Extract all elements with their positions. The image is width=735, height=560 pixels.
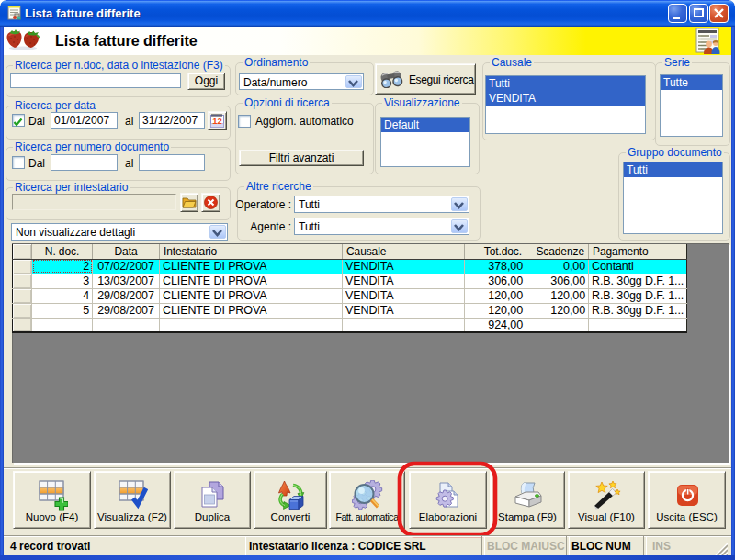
svg-text:12: 12 [212, 116, 222, 126]
